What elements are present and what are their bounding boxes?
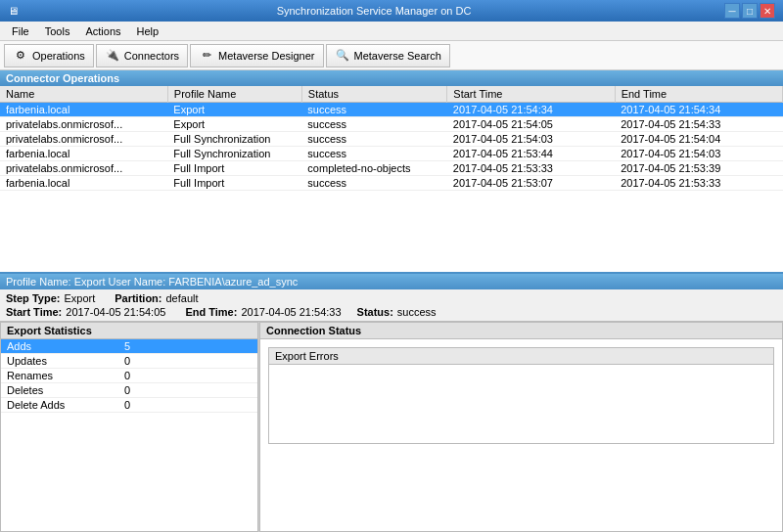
cell-name: privatelabs.onmicrosof... (0, 132, 167, 147)
stat-value: 0 (118, 369, 257, 383)
connector-ops-header: Connector Operations (0, 70, 783, 86)
cell-end: 2017-04-05 21:53:39 (615, 161, 782, 176)
cell-end: 2017-04-05 21:53:33 (615, 176, 782, 191)
partition-item: Partition: default (115, 292, 198, 304)
stat-label: Adds (1, 339, 118, 354)
toolbar-connectors[interactable]: 🔌 Connectors (96, 44, 188, 67)
table-row[interactable]: privatelabs.onmicrosof... Full Import co… (0, 161, 783, 176)
table-row[interactable]: privatelabs.onmicrosof... Full Synchroni… (0, 132, 783, 147)
status-label: Status: (357, 306, 393, 318)
stat-value: 0 (118, 354, 257, 369)
metaverse-designer-icon: ✏ (199, 48, 214, 64)
stats-row[interactable]: Deletes 0 (1, 383, 257, 398)
stats-row[interactable]: Adds 5 (1, 339, 257, 354)
cell-end: 2017-04-05 21:54:04 (615, 132, 782, 147)
cell-start: 2017-04-05 21:54:34 (447, 103, 615, 117)
cell-status: completed-no-objects (301, 161, 446, 176)
col-name: Name (0, 86, 167, 103)
export-errors-panel: Export Errors (268, 347, 774, 444)
start-time-label: Start Time: (6, 306, 62, 318)
end-time-value: 2017-04-05 21:54:33 (241, 306, 341, 318)
detail-info: Step Type: Export Partition: default Sta… (0, 289, 783, 322)
cell-profile: Full Synchronization (167, 132, 301, 147)
connector-operations-section: Connector Operations Name Profile Name S… (0, 70, 783, 274)
step-type-label: Step Type: (6, 292, 60, 304)
detail-header: Profile Name: Export User Name: FARBENIA… (0, 274, 783, 289)
toolbar: ⚙ Operations 🔌 Connectors ✏ Metaverse De… (0, 41, 783, 70)
cell-start: 2017-04-05 21:54:05 (447, 117, 615, 132)
cell-status: success (301, 132, 446, 147)
table-row[interactable]: privatelabs.onmicrosof... Export success… (0, 117, 783, 132)
cell-profile: Full Import (167, 176, 301, 191)
cell-start: 2017-04-05 21:54:03 (447, 132, 615, 147)
table-row[interactable]: farbenia.local Full Synchronization succ… (0, 147, 783, 161)
start-time-value: 2017-04-05 21:54:05 (66, 306, 165, 318)
cell-status: success (301, 103, 446, 117)
connectors-icon: 🔌 (105, 48, 120, 64)
cell-name: farbenia.local (0, 147, 167, 161)
export-errors-container: Export Errors (260, 339, 782, 452)
detail-info-row1: Step Type: Export Partition: default (6, 292, 777, 304)
col-start: Start Time (447, 86, 615, 103)
maximize-button[interactable]: □ (742, 3, 758, 19)
minimize-button[interactable]: ─ (724, 3, 740, 19)
step-type-item: Step Type: Export (6, 292, 95, 304)
cell-end: 2017-04-05 21:54:34 (615, 103, 782, 117)
cell-name: privatelabs.onmicrosof... (0, 161, 167, 176)
stat-value: 5 (118, 339, 257, 354)
start-time-item: Start Time: 2017-04-05 21:54:05 (6, 306, 165, 318)
stats-table[interactable]: Adds 5 Updates 0 Renames 0 Deletes 0 Del… (0, 339, 258, 532)
toolbar-metaverse-search[interactable]: 🔍 Metaverse Search (326, 44, 450, 67)
cell-name: farbenia.local (0, 103, 167, 117)
step-type-value: Export (64, 292, 95, 304)
status-value: success (397, 306, 437, 318)
cell-start: 2017-04-05 21:53:33 (447, 161, 615, 176)
main-content: Connector Operations Name Profile Name S… (0, 70, 783, 532)
stat-value: 0 (118, 398, 257, 413)
cell-status: success (301, 147, 446, 161)
menu-file[interactable]: File (4, 23, 37, 39)
cell-end: 2017-04-05 21:54:03 (615, 147, 782, 161)
operations-icon: ⚙ (13, 48, 28, 64)
end-time-item: End Time: 2017-04-05 21:54:33 Status: su… (185, 306, 436, 318)
col-end: End Time (615, 86, 782, 103)
stats-row[interactable]: Updates 0 (1, 354, 257, 369)
window-title: Synchronization Service Manager on DC (23, 5, 724, 17)
connector-ops-table-container[interactable]: Name Profile Name Status Start Time End … (0, 86, 783, 272)
table-row[interactable]: farbenia.local Full Import success 2017-… (0, 176, 783, 191)
close-button[interactable]: ✕ (760, 3, 775, 19)
table-header-row: Name Profile Name Status Start Time End … (0, 86, 783, 103)
export-errors-header: Export Errors (269, 348, 773, 365)
table-row[interactable]: farbenia.local Export success 2017-04-05… (0, 103, 783, 117)
toolbar-operations[interactable]: ⚙ Operations (4, 44, 94, 67)
cell-profile: Export (167, 117, 301, 132)
metaverse-search-icon: 🔍 (335, 48, 350, 64)
window-controls: ─ □ ✕ (724, 3, 775, 19)
stat-label: Deletes (1, 383, 118, 398)
menu-actions[interactable]: Actions (77, 23, 128, 39)
cell-end: 2017-04-05 21:54:33 (615, 117, 782, 132)
export-errors-body (269, 365, 773, 443)
connection-status-header: Connection Status (259, 322, 783, 339)
toolbar-metaverse-designer[interactable]: ✏ Metaverse Designer (190, 44, 323, 67)
right-panel: Connection Status Export Errors (259, 322, 783, 532)
menu-help[interactable]: Help (129, 23, 167, 39)
menu-tools[interactable]: Tools (37, 23, 78, 39)
connector-ops-rows: farbenia.local Export success 2017-04-05… (0, 103, 783, 191)
left-panel: Export Statistics Adds 5 Updates 0 Renam… (0, 322, 259, 532)
stats-row[interactable]: Renames 0 (1, 369, 257, 383)
cell-status: success (301, 117, 446, 132)
title-bar-icon: 🖥 (8, 5, 23, 17)
col-profile: Profile Name (167, 86, 301, 103)
title-bar: 🖥 Synchronization Service Manager on DC … (0, 0, 783, 22)
end-time-label: End Time: (185, 306, 237, 318)
cell-profile: Full Import (167, 161, 301, 176)
stats-row[interactable]: Delete Adds 0 (1, 398, 257, 413)
stats-rows: Adds 5 Updates 0 Renames 0 Deletes 0 Del… (1, 339, 257, 413)
menu-bar: File Tools Actions Help (0, 22, 783, 41)
cell-start: 2017-04-05 21:53:44 (447, 147, 615, 161)
cell-profile: Full Synchronization (167, 147, 301, 161)
cell-status: success (301, 176, 446, 191)
stat-label: Delete Adds (1, 398, 118, 413)
stat-label: Renames (1, 369, 118, 383)
